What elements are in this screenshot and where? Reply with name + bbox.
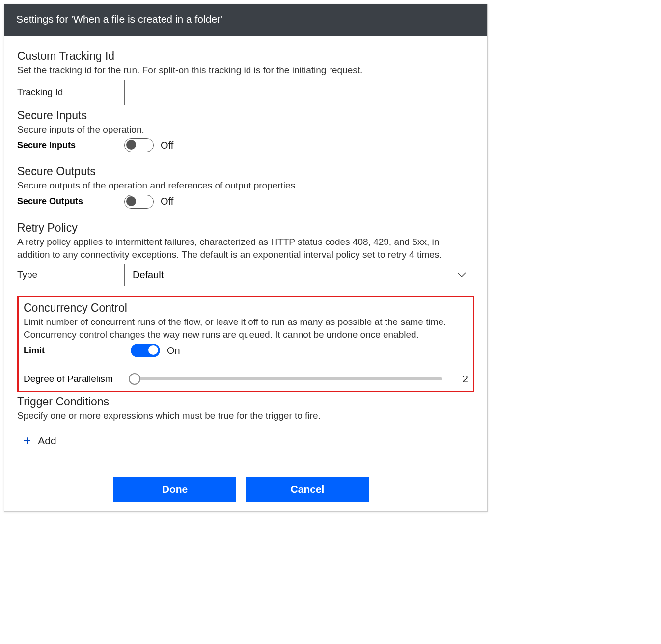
parallelism-slider[interactable] xyxy=(131,377,442,380)
retry-desc: A retry policy applies to intermittent f… xyxy=(17,236,474,261)
secure-outputs-desc: Secure outputs of the operation and refe… xyxy=(17,179,474,192)
tracking-desc: Set the tracking id for the run. For spl… xyxy=(17,64,474,77)
secure-outputs-toggle[interactable] xyxy=(124,195,154,209)
secure-outputs-heading: Secure Outputs xyxy=(17,165,474,178)
settings-panel: Settings for 'When a file is created in … xyxy=(4,4,488,512)
secure-inputs-state: Off xyxy=(161,140,173,151)
plus-icon: + xyxy=(23,434,31,448)
tracking-heading: Custom Tracking Id xyxy=(17,50,474,63)
tracking-id-input[interactable] xyxy=(124,80,474,105)
trigger-conditions-desc: Specify one or more expressions which mu… xyxy=(17,409,474,422)
concurrency-limit-toggle[interactable] xyxy=(131,344,160,357)
secure-inputs-toggle[interactable] xyxy=(124,138,154,152)
retry-type-label: Type xyxy=(17,269,124,280)
secure-outputs-label: Secure Outputs xyxy=(17,196,124,207)
panel-content: Custom Tracking Id Set the tracking id f… xyxy=(4,36,487,511)
concurrency-highlight: Concurrency Control Limit number of conc… xyxy=(17,296,474,392)
cancel-button[interactable]: Cancel xyxy=(246,477,369,502)
secure-inputs-heading: Secure Inputs xyxy=(17,109,474,122)
secure-inputs-desc: Secure inputs of the operation. xyxy=(17,123,474,136)
parallelism-label: Degree of Parallelism xyxy=(24,374,131,384)
secure-inputs-label: Secure Inputs xyxy=(17,140,124,151)
retry-type-value: Default xyxy=(133,269,164,281)
done-button[interactable]: Done xyxy=(113,477,236,502)
retry-type-select[interactable]: Default xyxy=(124,264,474,286)
toggle-knob xyxy=(148,345,158,355)
retry-heading: Retry Policy xyxy=(17,221,474,235)
secure-outputs-state: Off xyxy=(161,196,173,207)
slider-thumb[interactable] xyxy=(129,373,140,385)
concurrency-limit-state: On xyxy=(167,345,180,356)
toggle-knob xyxy=(126,196,136,206)
concurrency-limit-label: Limit xyxy=(24,346,131,356)
panel-title: Settings for 'When a file is created in … xyxy=(4,4,487,36)
footer-buttons: Done Cancel xyxy=(113,477,474,502)
parallelism-value: 2 xyxy=(452,373,468,385)
concurrency-desc: Limit number of concurrent runs of the f… xyxy=(24,316,468,341)
add-label: Add xyxy=(38,435,56,447)
concurrency-heading: Concurrency Control xyxy=(24,301,468,315)
add-condition-button[interactable]: + Add xyxy=(23,434,474,448)
toggle-knob xyxy=(126,140,136,150)
trigger-conditions-heading: Trigger Conditions xyxy=(17,395,474,408)
tracking-id-label: Tracking Id xyxy=(17,87,124,98)
chevron-down-icon xyxy=(457,272,466,277)
